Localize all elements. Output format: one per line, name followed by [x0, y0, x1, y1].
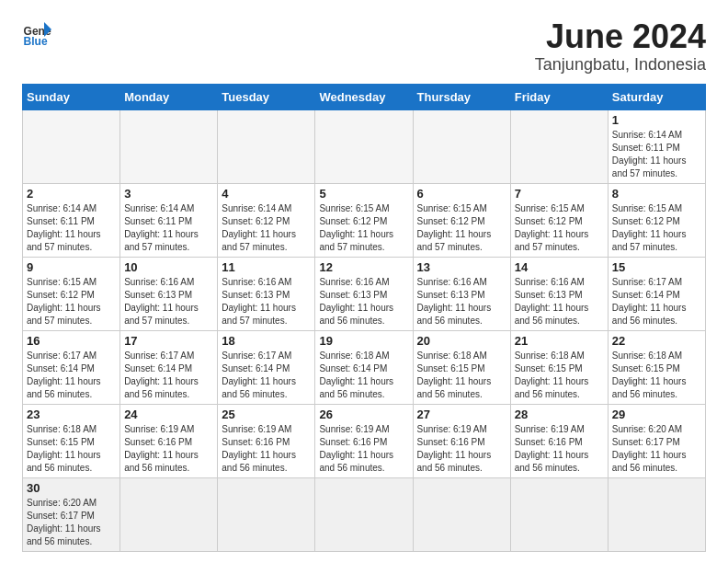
day-info: Sunrise: 6:16 AM Sunset: 6:13 PM Dayligh…	[515, 276, 604, 327]
day-info: Sunrise: 6:19 AM Sunset: 6:16 PM Dayligh…	[417, 423, 506, 475]
day-cell: 16Sunrise: 6:17 AM Sunset: 6:14 PM Dayli…	[23, 330, 120, 404]
day-cell: 20Sunrise: 6:18 AM Sunset: 6:15 PM Dayli…	[413, 330, 510, 404]
day-info: Sunrise: 6:16 AM Sunset: 6:13 PM Dayligh…	[417, 276, 506, 327]
day-number: 12	[319, 260, 408, 274]
day-cell	[120, 477, 218, 551]
day-info: Sunrise: 6:15 AM Sunset: 6:12 PM Dayligh…	[515, 202, 604, 254]
day-cell	[218, 477, 315, 551]
day-info: Sunrise: 6:17 AM Sunset: 6:14 PM Dayligh…	[222, 350, 311, 401]
day-info: Sunrise: 6:14 AM Sunset: 6:11 PM Dayligh…	[124, 202, 213, 254]
day-cell	[23, 109, 120, 183]
day-number: 17	[124, 334, 213, 348]
day-cell: 22Sunrise: 6:18 AM Sunset: 6:15 PM Dayli…	[608, 330, 705, 404]
day-number: 13	[417, 260, 506, 274]
header: General Blue June 2024 Tanjungbatu, Indo…	[22, 18, 706, 75]
day-info: Sunrise: 6:15 AM Sunset: 6:12 PM Dayligh…	[319, 202, 408, 254]
day-cell	[510, 477, 608, 551]
day-info: Sunrise: 6:20 AM Sunset: 6:17 PM Dayligh…	[27, 497, 116, 548]
logo: General Blue	[22, 18, 51, 48]
day-number: 7	[515, 187, 604, 201]
week-row-1: 2Sunrise: 6:14 AM Sunset: 6:11 PM Daylig…	[23, 183, 706, 257]
day-number: 24	[124, 408, 213, 421]
day-cell: 19Sunrise: 6:18 AM Sunset: 6:14 PM Dayli…	[315, 330, 413, 404]
day-cell: 13Sunrise: 6:16 AM Sunset: 6:13 PM Dayli…	[413, 257, 510, 330]
day-info: Sunrise: 6:14 AM Sunset: 6:11 PM Dayligh…	[612, 129, 701, 180]
day-number: 28	[515, 408, 604, 421]
day-info: Sunrise: 6:17 AM Sunset: 6:14 PM Dayligh…	[27, 350, 116, 401]
day-cell: 18Sunrise: 6:17 AM Sunset: 6:14 PM Dayli…	[218, 330, 315, 404]
day-number: 22	[612, 334, 701, 348]
col-header-saturday: Saturday	[608, 84, 705, 109]
col-header-wednesday: Wednesday	[315, 84, 413, 109]
day-number: 3	[124, 187, 213, 201]
day-number: 19	[319, 334, 408, 348]
day-cell: 28Sunrise: 6:19 AM Sunset: 6:16 PM Dayli…	[510, 404, 608, 477]
day-cell: 27Sunrise: 6:19 AM Sunset: 6:16 PM Dayli…	[413, 404, 510, 477]
day-info: Sunrise: 6:19 AM Sunset: 6:16 PM Dayligh…	[124, 423, 213, 475]
day-cell: 26Sunrise: 6:19 AM Sunset: 6:16 PM Dayli…	[315, 404, 413, 477]
day-info: Sunrise: 6:19 AM Sunset: 6:16 PM Dayligh…	[319, 423, 408, 475]
day-info: Sunrise: 6:15 AM Sunset: 6:12 PM Dayligh…	[612, 202, 701, 254]
day-cell	[315, 477, 413, 551]
week-row-0: 1Sunrise: 6:14 AM Sunset: 6:11 PM Daylig…	[23, 109, 706, 183]
logo-icon: General Blue	[22, 18, 51, 48]
day-info: Sunrise: 6:17 AM Sunset: 6:14 PM Dayligh…	[612, 276, 701, 327]
day-cell	[413, 109, 510, 183]
day-cell: 30Sunrise: 6:20 AM Sunset: 6:17 PM Dayli…	[23, 477, 120, 551]
week-row-2: 9Sunrise: 6:15 AM Sunset: 6:12 PM Daylig…	[23, 257, 706, 330]
day-cell	[510, 109, 608, 183]
day-cell	[608, 477, 705, 551]
calendar-page: General Blue June 2024 Tanjungbatu, Indo…	[0, 0, 728, 563]
day-number: 23	[27, 408, 116, 421]
day-number: 18	[222, 334, 311, 348]
day-cell: 23Sunrise: 6:18 AM Sunset: 6:15 PM Dayli…	[23, 404, 120, 477]
calendar-title: June 2024	[535, 18, 706, 55]
day-info: Sunrise: 6:20 AM Sunset: 6:17 PM Dayligh…	[612, 423, 701, 475]
day-info: Sunrise: 6:14 AM Sunset: 6:11 PM Dayligh…	[27, 202, 116, 254]
day-cell: 3Sunrise: 6:14 AM Sunset: 6:11 PM Daylig…	[120, 183, 218, 257]
day-number: 29	[612, 408, 701, 421]
day-cell: 11Sunrise: 6:16 AM Sunset: 6:13 PM Dayli…	[218, 257, 315, 330]
day-number: 15	[612, 260, 701, 274]
day-cell: 9Sunrise: 6:15 AM Sunset: 6:12 PM Daylig…	[23, 257, 120, 330]
day-number: 10	[124, 260, 213, 274]
day-cell: 21Sunrise: 6:18 AM Sunset: 6:15 PM Dayli…	[510, 330, 608, 404]
day-number: 5	[319, 187, 408, 201]
day-cell	[218, 109, 315, 183]
day-info: Sunrise: 6:16 AM Sunset: 6:13 PM Dayligh…	[319, 276, 408, 327]
day-info: Sunrise: 6:18 AM Sunset: 6:15 PM Dayligh…	[612, 350, 701, 401]
day-info: Sunrise: 6:19 AM Sunset: 6:16 PM Dayligh…	[515, 423, 604, 475]
day-number: 1	[612, 113, 701, 127]
day-cell: 10Sunrise: 6:16 AM Sunset: 6:13 PM Dayli…	[120, 257, 218, 330]
week-row-4: 23Sunrise: 6:18 AM Sunset: 6:15 PM Dayli…	[23, 404, 706, 477]
col-header-tuesday: Tuesday	[218, 84, 315, 109]
day-info: Sunrise: 6:14 AM Sunset: 6:12 PM Dayligh…	[222, 202, 311, 254]
day-info: Sunrise: 6:18 AM Sunset: 6:14 PM Dayligh…	[319, 350, 408, 401]
col-header-thursday: Thursday	[413, 84, 510, 109]
day-number: 8	[612, 187, 701, 201]
week-row-3: 16Sunrise: 6:17 AM Sunset: 6:14 PM Dayli…	[23, 330, 706, 404]
day-info: Sunrise: 6:18 AM Sunset: 6:15 PM Dayligh…	[515, 350, 604, 401]
day-cell: 29Sunrise: 6:20 AM Sunset: 6:17 PM Dayli…	[608, 404, 705, 477]
day-info: Sunrise: 6:15 AM Sunset: 6:12 PM Dayligh…	[27, 276, 116, 327]
day-info: Sunrise: 6:16 AM Sunset: 6:13 PM Dayligh…	[222, 276, 311, 327]
day-cell	[413, 477, 510, 551]
svg-text:Blue: Blue	[24, 35, 48, 48]
title-block: June 2024 Tanjungbatu, Indonesia	[535, 18, 706, 75]
day-cell: 1Sunrise: 6:14 AM Sunset: 6:11 PM Daylig…	[608, 109, 705, 183]
day-number: 26	[319, 408, 408, 421]
day-cell: 17Sunrise: 6:17 AM Sunset: 6:14 PM Dayli…	[120, 330, 218, 404]
col-header-friday: Friday	[510, 84, 608, 109]
header-row: SundayMondayTuesdayWednesdayThursdayFrid…	[23, 84, 706, 109]
day-number: 4	[222, 187, 311, 201]
day-cell: 7Sunrise: 6:15 AM Sunset: 6:12 PM Daylig…	[510, 183, 608, 257]
day-number: 2	[27, 187, 116, 201]
day-info: Sunrise: 6:15 AM Sunset: 6:12 PM Dayligh…	[417, 202, 506, 254]
day-number: 25	[222, 408, 311, 421]
day-number: 6	[417, 187, 506, 201]
col-header-monday: Monday	[120, 84, 218, 109]
day-number: 30	[27, 481, 116, 495]
day-cell	[120, 109, 218, 183]
calendar-table: SundayMondayTuesdayWednesdayThursdayFrid…	[22, 84, 706, 552]
day-info: Sunrise: 6:18 AM Sunset: 6:15 PM Dayligh…	[417, 350, 506, 401]
